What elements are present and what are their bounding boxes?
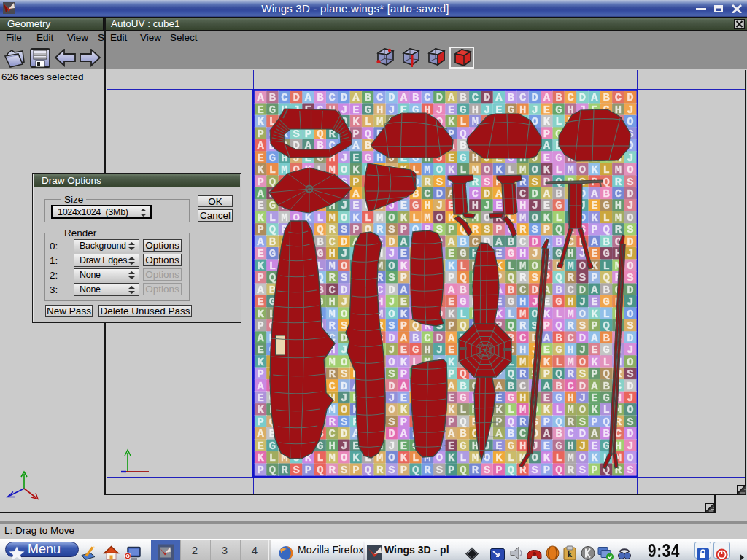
svg-text:A: A [543, 91, 551, 104]
svg-text:D: D [388, 332, 395, 345]
svg-text:G: G [460, 247, 466, 260]
svg-text:H: H [567, 247, 573, 260]
svg-text:S: S [627, 176, 633, 189]
svg-text:K: K [400, 260, 408, 273]
svg-text:L: L [508, 163, 514, 176]
svg-text:P: P [448, 319, 454, 332]
svg-text:A: A [400, 284, 408, 297]
svg-text:E: E [258, 440, 264, 453]
svg-text:A: A [591, 236, 598, 249]
svg-text:P: P [448, 271, 454, 284]
svg-text:R: R [615, 223, 622, 236]
svg-text:C: C [615, 187, 622, 201]
svg-text:C: C [567, 380, 573, 393]
svg-text:M: M [519, 211, 526, 225]
svg-text:Q: Q [603, 319, 609, 332]
svg-text:E: E [591, 440, 597, 453]
svg-text:E: E [258, 199, 264, 212]
svg-text:C: C [329, 91, 336, 104]
svg-text:D: D [531, 236, 538, 249]
svg-text:B: B [460, 427, 466, 440]
svg-text:C: C [329, 380, 336, 393]
svg-text:E: E [591, 199, 597, 212]
svg-text:L: L [555, 163, 562, 176]
svg-text:R: R [329, 368, 336, 381]
svg-text:J: J [627, 440, 633, 453]
svg-text:K: K [591, 308, 598, 321]
svg-text:G: G [603, 199, 609, 212]
svg-text:k: k [568, 550, 573, 559]
svg-text:R: R [567, 319, 574, 332]
svg-text:P: P [495, 464, 502, 477]
svg-text:P: P [400, 319, 407, 332]
svg-text:K: K [543, 308, 551, 321]
svg-text:G: G [460, 152, 466, 165]
svg-text:H: H [472, 199, 479, 212]
svg-text:J: J [579, 440, 586, 453]
svg-text:L: L [603, 211, 609, 225]
svg-text:K: K [352, 115, 360, 128]
svg-text:L: L [555, 308, 562, 321]
svg-text:D: D [388, 284, 395, 297]
svg-text:K: K [495, 163, 503, 176]
svg-text:P: P [591, 319, 597, 332]
svg-text:R: R [567, 368, 574, 381]
svg-text:A: A [400, 91, 408, 104]
svg-text:L: L [460, 260, 466, 273]
svg-text:L: L [508, 308, 514, 321]
svg-text:A: A [495, 236, 503, 249]
svg-text:K: K [352, 211, 360, 225]
svg-text:O: O [531, 163, 538, 176]
svg-text:M: M [567, 260, 573, 273]
svg-text:D: D [579, 332, 586, 345]
svg-text:L: L [269, 451, 276, 464]
svg-text:K: K [543, 356, 551, 369]
svg-text:M: M [281, 211, 287, 225]
svg-text:E: E [258, 247, 264, 260]
svg-text:E: E [543, 440, 550, 453]
svg-text:M: M [519, 163, 526, 176]
svg-text:J: J [627, 104, 633, 117]
svg-text:G: G [508, 440, 514, 453]
svg-text:B: B [603, 284, 609, 297]
svg-text:Q: Q [555, 223, 562, 236]
svg-text:E: E [591, 343, 597, 357]
svg-text:O: O [388, 451, 395, 464]
svg-text:E: E [543, 104, 550, 117]
svg-text:R: R [329, 464, 336, 477]
svg-text:C: C [424, 332, 430, 345]
svg-text:D: D [627, 284, 633, 297]
svg-text:Q: Q [460, 464, 466, 477]
svg-text:M: M [519, 260, 526, 273]
svg-text:S: S [627, 271, 633, 284]
svg-text:R: R [329, 223, 336, 236]
svg-text:Q: Q [603, 416, 609, 429]
svg-text:A: A [543, 332, 551, 345]
svg-text:J: J [579, 343, 586, 357]
svg-text:S: S [388, 319, 395, 332]
svg-text:G: G [603, 247, 609, 260]
svg-text:O: O [341, 211, 347, 225]
svg-text:D: D [293, 91, 300, 104]
svg-text:G: G [555, 199, 562, 212]
svg-text:Q: Q [603, 271, 609, 284]
svg-text:H: H [567, 295, 573, 308]
svg-text:O: O [627, 356, 633, 369]
svg-text:K: K [591, 163, 598, 176]
svg-text:G: G [269, 199, 276, 212]
svg-text:B: B [460, 91, 466, 104]
svg-text:B: B [460, 139, 466, 152]
svg-text:K: K [258, 356, 265, 369]
svg-text:K: K [591, 451, 598, 464]
svg-text:J: J [436, 199, 443, 212]
svg-text:P: P [258, 319, 264, 332]
svg-text:A: A [352, 139, 360, 152]
svg-text:P: P [448, 416, 454, 429]
svg-text:K: K [400, 451, 408, 464]
svg-text:C: C [472, 91, 479, 104]
svg-text:M: M [615, 211, 622, 225]
svg-text:C: C [519, 380, 526, 393]
svg-text:A: A [543, 139, 551, 152]
svg-text:A: A [448, 91, 455, 104]
svg-text:P: P [543, 368, 550, 381]
